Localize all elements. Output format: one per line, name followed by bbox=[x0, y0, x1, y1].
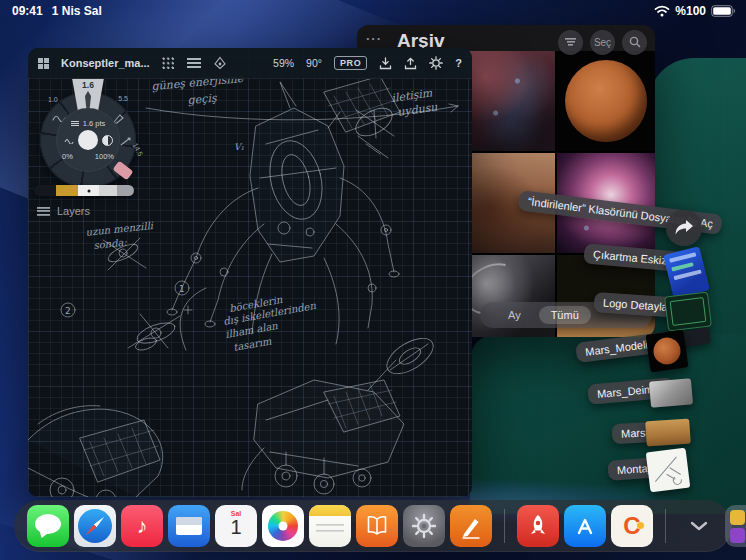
help-button[interactable]: ? bbox=[455, 57, 462, 69]
chevron-down-icon bbox=[690, 521, 708, 531]
dock-app-rocket[interactable] bbox=[517, 505, 559, 547]
tool-wheel-center[interactable]: 1.6 pts 0% 100% bbox=[56, 108, 120, 172]
battery-icon bbox=[711, 5, 736, 17]
dock-app-notes[interactable] bbox=[309, 505, 351, 547]
dock-app-mail[interactable] bbox=[168, 505, 210, 547]
open-book-icon bbox=[365, 514, 389, 538]
library-mini-icon bbox=[730, 510, 745, 525]
ipad-screen: ··· Arşiv Seç bbox=[0, 0, 746, 560]
filter-lines-icon bbox=[565, 38, 576, 46]
opacity-max: 100% bbox=[95, 152, 114, 161]
music-note-icon: ♪ bbox=[137, 514, 148, 538]
rotation-value[interactable]: 90° bbox=[306, 57, 322, 69]
gallery-icon[interactable] bbox=[38, 58, 49, 69]
zoom-level[interactable]: 59% bbox=[273, 57, 294, 69]
dock-app-safari[interactable] bbox=[74, 505, 116, 547]
swatch-gold[interactable] bbox=[56, 185, 78, 196]
swatch-light-gray[interactable] bbox=[99, 185, 117, 196]
export-share-icon[interactable] bbox=[404, 57, 417, 70]
envelope-icon bbox=[176, 517, 202, 535]
opacity-icon bbox=[102, 135, 113, 146]
dock-app-concepts[interactable]: C bbox=[611, 505, 653, 547]
dock-app-photos[interactable] bbox=[262, 505, 304, 547]
window-controls-icon[interactable]: ··· bbox=[366, 31, 382, 46]
tool-size-label: 5.5 bbox=[118, 95, 128, 102]
document-title[interactable]: Konseptler_ma... bbox=[61, 57, 150, 69]
layers-panel-toggle[interactable]: Layers bbox=[37, 205, 90, 217]
dock-app-calendar[interactable]: Sal 1 bbox=[215, 505, 257, 547]
dock-app-library[interactable] bbox=[725, 505, 746, 547]
dock-app-music[interactable]: ♪ bbox=[121, 505, 163, 547]
drawing-toolbar: Konseptler_ma... 59% 90° PRO bbox=[28, 48, 472, 79]
photos-flower-icon bbox=[268, 511, 298, 541]
stroke-size-value: 1.6 pts bbox=[83, 119, 106, 128]
color-palette-bar[interactable] bbox=[34, 185, 134, 196]
search-button[interactable] bbox=[622, 30, 647, 55]
wallpaper-teal-shape bbox=[470, 334, 746, 514]
rocket-icon bbox=[525, 513, 551, 539]
pro-badge[interactable]: PRO bbox=[334, 56, 367, 70]
calendar-day: 1 bbox=[230, 517, 241, 537]
search-icon bbox=[629, 36, 641, 48]
color-well[interactable] bbox=[78, 130, 98, 150]
select-button-label: Seç bbox=[594, 37, 611, 48]
appstore-a-icon bbox=[572, 513, 598, 539]
annotation-probe-1: uzun menzilli bbox=[85, 220, 154, 238]
library-mini-icon bbox=[730, 528, 745, 543]
opacity-min: 0% bbox=[62, 152, 73, 161]
pen-tool-icon[interactable] bbox=[120, 136, 132, 146]
dock-collapse-button[interactable] bbox=[682, 505, 716, 547]
drawing-app-window: güneş enerjisine geçiş iletişim uydusu u… bbox=[28, 48, 472, 497]
status-date: 1 Nis Sal bbox=[52, 4, 102, 18]
tab-all-photos[interactable]: Tümü bbox=[539, 306, 591, 324]
dock: ♪ Sal 1 bbox=[14, 500, 732, 552]
settings-gear-icon[interactable] bbox=[429, 56, 443, 70]
import-icon[interactable] bbox=[379, 57, 392, 70]
vector-nib-icon[interactable] bbox=[213, 56, 227, 70]
gear-icon bbox=[411, 513, 437, 539]
dock-divider bbox=[504, 509, 505, 543]
photos-view-switcher: Ay Tümü bbox=[480, 302, 652, 328]
select-button[interactable]: Seç bbox=[590, 30, 615, 55]
tool-wheel[interactable]: 1.0 5.5 14.5 6.9 1.6 bbox=[40, 92, 136, 188]
annotation-insect-4: tasarım bbox=[232, 335, 272, 353]
tool-size-label: 1.0 bbox=[48, 96, 58, 103]
dock-app-books[interactable] bbox=[356, 505, 398, 547]
pen-icon bbox=[458, 513, 484, 539]
status-time: 09:41 bbox=[12, 4, 43, 18]
dock-divider bbox=[665, 509, 666, 543]
annotation-velocity: V₁ bbox=[234, 142, 244, 152]
dock-app-sketch[interactable] bbox=[450, 505, 492, 547]
selected-tool-size: 1.6 bbox=[82, 80, 94, 90]
photo-thumbnail-orion-nebula[interactable] bbox=[557, 153, 655, 253]
swatch-white-selected[interactable] bbox=[78, 185, 99, 196]
photo-thumbnail-mars[interactable] bbox=[557, 51, 655, 151]
battery-percent: %100 bbox=[675, 4, 706, 18]
status-bar: 09:41 1 Nis Sal %100 bbox=[0, 0, 746, 22]
annotation-number-2: 2 bbox=[65, 306, 71, 316]
grid-settings-icon[interactable] bbox=[162, 57, 175, 70]
annotation-solar-2: geçiş bbox=[187, 91, 218, 107]
dock-app-appstore[interactable] bbox=[564, 505, 606, 547]
swatch-black[interactable] bbox=[34, 185, 56, 196]
layers-icon bbox=[37, 207, 50, 216]
layers-label: Layers bbox=[57, 205, 90, 217]
wifi-icon bbox=[654, 5, 670, 17]
filter-button[interactable] bbox=[558, 30, 583, 55]
menu-lines-icon[interactable] bbox=[187, 58, 201, 68]
dock-app-messages[interactable] bbox=[27, 505, 69, 547]
tab-months[interactable]: Ay bbox=[508, 309, 521, 321]
annotation-number-1: 1 bbox=[179, 284, 185, 294]
stroke-lines-icon bbox=[71, 121, 79, 126]
dock-app-settings[interactable] bbox=[403, 505, 445, 547]
pressure-icon bbox=[64, 136, 74, 144]
swatch-gray[interactable] bbox=[117, 185, 134, 196]
